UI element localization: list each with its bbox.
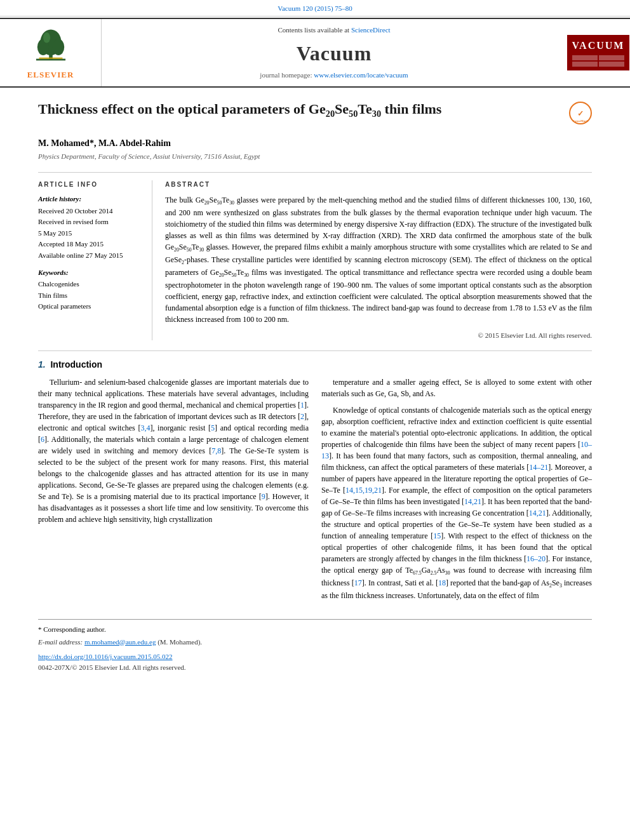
journal-header: ELSEVIER Contents lists available at Sci…	[0, 18, 630, 88]
journal-info-center: Contents lists available at ScienceDirec…	[102, 19, 566, 86]
ref-14d-link[interactable]: 14,21	[529, 509, 546, 517]
introduction-title: 1. Introduction	[38, 359, 592, 371]
ref-18-link[interactable]: 18	[438, 578, 446, 587]
keywords-label: Keywords:	[38, 268, 143, 277]
article-affiliation: Physics Department, Faculty of Science, …	[38, 152, 592, 161]
intro-para-right-1: temperature and a smaller ageing effect,…	[321, 377, 592, 399]
citation-text: Vacuum 120 (2015) 75–80	[278, 4, 352, 12]
introduction-section: 1. Introduction Tellurium- and selenium-…	[38, 359, 592, 606]
keywords-section: Keywords: Chalcogenides Thin films Optic…	[38, 268, 143, 312]
ref-9-link[interactable]: 9	[262, 492, 265, 501]
abstract-col: ABSTRACT The bulk Ge20Se50Te30 glasses w…	[165, 180, 592, 341]
badge-cell-4	[599, 62, 624, 67]
elsevier-logo: ELSEVIER	[27, 25, 74, 80]
ref-14b-link[interactable]: 14,15,19,21	[345, 486, 382, 495]
citation-bar: Vacuum 120 (2015) 75–80	[0, 0, 630, 17]
journal-badge-section: VACUUM	[566, 19, 630, 86]
article-info-abstract: ARTICLE INFO Article history: Received 2…	[38, 172, 592, 341]
section-number: 1.	[38, 359, 46, 370]
ref-1-link[interactable]: 1	[300, 401, 304, 410]
email-line: E-mail address: m.mohamed@aun.edu.eg (M.…	[38, 637, 592, 647]
keyword-3: Optical parameters	[38, 302, 143, 311]
journal-title: Vacuum	[297, 39, 372, 68]
accepted-date: Accepted 18 May 2015	[38, 239, 143, 249]
section-divider	[38, 350, 592, 351]
vacuum-badge: VACUUM	[567, 35, 630, 70]
body-col-left: Tellurium- and selenium-based chalcogeni…	[38, 377, 309, 606]
ref-14c-link[interactable]: 14,21	[464, 497, 481, 506]
ref-15-link[interactable]: 15	[433, 531, 441, 540]
ref-7-link[interactable]: 7,8	[211, 446, 221, 455]
article-footer: * Corresponding author. E-mail address: …	[38, 619, 592, 673]
article-title-section: Thickness effect on the optical paramete…	[38, 100, 592, 130]
received-revised-date: 5 May 2015	[38, 229, 143, 238]
elsevier-text: ELSEVIER	[27, 69, 74, 81]
homepage-link[interactable]: www.elsevier.com/locate/vacuum	[314, 71, 408, 79]
badge-cell-1	[572, 55, 598, 60]
badge-cell-3	[572, 62, 598, 67]
section-title-text: Introduction	[50, 359, 102, 370]
badge-grid	[572, 55, 625, 67]
article-content: Thickness effect on the optical paramete…	[0, 88, 630, 686]
received-revised-label: Received in revised form	[38, 217, 143, 227]
elsevier-tree-icon	[29, 25, 73, 63]
article-title-text: Thickness effect on the optical paramete…	[38, 100, 560, 120]
article-authors: M. Mohamed*, M.A. Abdel-Rahim	[38, 137, 592, 150]
abstract-text: The bulk Ge20Se50Te30 glasses were prepa…	[165, 194, 592, 341]
sciencedirect-link[interactable]: ScienceDirect	[351, 26, 391, 34]
svg-text:✓: ✓	[577, 109, 584, 118]
svg-point-4	[43, 32, 50, 43]
ref-6-link[interactable]: 6	[41, 435, 44, 444]
ref-14-link[interactable]: 14–21	[529, 463, 548, 472]
history-label: Article history:	[38, 194, 143, 204]
crossmark-icon: ✓ CrossMark	[569, 102, 592, 124]
abstract-paragraph: The bulk Ge20Se50Te30 glasses were prepa…	[165, 194, 592, 325]
badge-cell-2	[599, 55, 624, 60]
keyword-2: Thin films	[38, 291, 143, 300]
corresponding-note: * Corresponding author.	[38, 625, 592, 634]
keyword-1: Chalcogenides	[38, 279, 143, 289]
email-link[interactable]: m.mohamed@aun.edu.eg	[84, 638, 156, 646]
ref-17-link[interactable]: 17	[354, 578, 362, 587]
elsevier-logo-section: ELSEVIER	[0, 19, 102, 86]
svg-rect-5	[36, 59, 65, 61]
svg-point-3	[52, 39, 64, 56]
body-col-right: temperature and a smaller ageing effect,…	[321, 377, 592, 606]
article-info-col: ARTICLE INFO Article history: Received 2…	[38, 180, 152, 341]
copyright-text: © 2015 Elsevier Ltd. All rights reserved…	[165, 330, 592, 341]
crossmark-badge: ✓ CrossMark	[569, 102, 592, 130]
contents-available-text: Contents lists available at ScienceDirec…	[278, 25, 390, 35]
doi-anchor[interactable]: http://dx.doi.org/10.1016/j.vacuum.2015.…	[38, 653, 173, 660]
ref-3-link[interactable]: 3,4	[140, 423, 150, 432]
svg-text:CrossMark: CrossMark	[573, 119, 589, 123]
ref-10-link[interactable]: 10–13	[321, 440, 592, 460]
ref-5-link[interactable]: 5	[211, 423, 215, 432]
available-online: Available online 27 May 2015	[38, 251, 143, 260]
body-two-col: Tellurium- and selenium-based chalcogeni…	[38, 377, 592, 606]
badge-title: VACUUM	[572, 39, 625, 53]
ref-2-link[interactable]: 2	[300, 412, 304, 421]
intro-para-1: Tellurium- and selenium-based chalcogeni…	[38, 377, 309, 525]
journal-homepage-text: journal homepage: www.elsevier.com/locat…	[260, 70, 408, 80]
doi-link: http://dx.doi.org/10.1016/j.vacuum.2015.…	[38, 652, 592, 662]
intro-para-right-2: Knowledge of optical constants of chalco…	[321, 404, 592, 601]
received-date: Received 20 October 2014	[38, 206, 143, 216]
svg-rect-6	[39, 58, 62, 59]
article-info-label: ARTICLE INFO	[38, 180, 143, 189]
abstract-label: ABSTRACT	[165, 180, 592, 189]
ref-16-link[interactable]: 16–20	[526, 554, 546, 563]
issn-text: 0042-207X/© 2015 Elsevier Ltd. All right…	[38, 663, 592, 672]
